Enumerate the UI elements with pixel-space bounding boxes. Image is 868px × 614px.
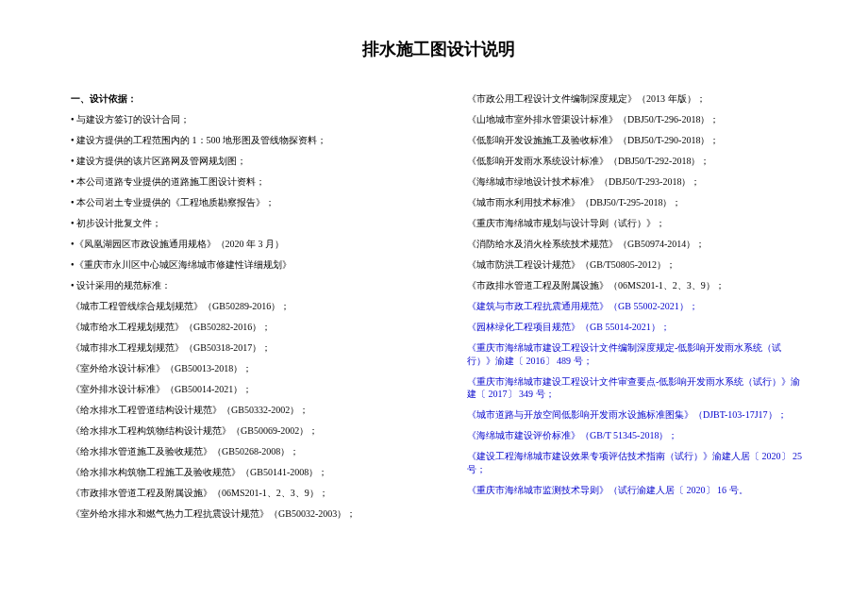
- reference-item: 《重庆市海绵城市建设工程设计文件编制深度规定-低影响开发雨水系统（试行）》渝建〔…: [467, 341, 807, 367]
- reference-item: 《城市排水工程规划规范》（GB50318-2017）；: [71, 341, 410, 355]
- reference-item: 《城市工程管线综合规划规范》（GB50289-2016）；: [71, 300, 410, 313]
- right-column: 《市政公用工程设计文件编制深度规定》（2013 年版）；《山地城市室外排水管渠设…: [467, 92, 807, 528]
- reference-item: 《室外给水设计标准》（GB50013-2018）；: [71, 362, 410, 375]
- reference-item: • 设计采用的规范标准：: [71, 279, 410, 292]
- reference-item: 《市政排水管道工程及附属设施》（06MS201-1、2、3、9）；: [467, 279, 807, 292]
- reference-item: 《山地城市室外排水管渠设计标准》（DBJ50/T-296-2018）；: [467, 113, 807, 126]
- reference-item: 《建筑与市政工程抗震通用规范》（GB 55002-2021）；: [467, 300, 807, 313]
- reference-item: • 初步设计批复文件；: [71, 217, 410, 230]
- reference-item: 《海绵城市建设评价标准》（GB/T 51345-2018）；: [467, 429, 807, 442]
- reference-item: 《城市给水工程规划规范》（GB50282-2016）；: [71, 321, 410, 334]
- reference-item: • 建设方提供的工程范围内的 1：500 地形图及管线物探资料；: [71, 134, 410, 147]
- section-heading: 一、设计依据：: [71, 92, 410, 106]
- document-title: 排水施工图设计说明: [71, 38, 807, 60]
- reference-item: 《低影响开发雨水系统设计标准》（DBJ50/T-292-2018）；: [467, 155, 807, 168]
- reference-item: 《重庆市海绵城市规划与设计导则（试行）》；: [467, 217, 807, 230]
- reference-item: 《给水排水工程管道结构设计规范》（GB50332-2002）；: [71, 404, 410, 417]
- reference-item: 《低影响开发设施施工及验收标准》（DBJ50/T-290-2018）；: [467, 134, 807, 147]
- reference-item: 《海绵城市绿地设计技术标准》（DBJ50/T-293-2018）；: [467, 175, 807, 189]
- reference-item: 《市政排水管道工程及附属设施》（06MS201-1、2、3、9）；: [71, 487, 410, 500]
- reference-item: 《给水排水工程构筑物结构设计规范》（GB50069-2002）；: [71, 424, 410, 438]
- reference-item: 《城市雨水利用技术标准》（DBJ50/T-295-2018）；: [467, 196, 807, 209]
- reference-item: 《城市防洪工程设计规范》（GB/T50805-2012）；: [467, 258, 807, 272]
- reference-item: •《重庆市永川区中心城区海绵城市修建性详细规划》: [71, 258, 410, 272]
- reference-item: 《室外给水排水和燃气热力工程抗震设计规范》（GB50032-2003）；: [71, 507, 410, 521]
- reference-item: 《室外排水设计标准》（GB50014-2021）；: [71, 383, 410, 396]
- reference-item: 《建设工程海绵城市建设效果专项评估技术指南（试行）》渝建人居〔 2020〕 25…: [467, 450, 807, 475]
- reference-item: 《重庆市海绵城市监测技术导则》（试行渝建人居〔 2020〕 16 号。: [467, 484, 807, 497]
- reference-item: •《凤凰湖园区市政设施通用规格》（2020 年 3 月）: [71, 238, 410, 251]
- reference-item: 《给水排水构筑物工程施工及验收规范》（GB50141-2008）；: [71, 466, 410, 479]
- reference-item: 《市政公用工程设计文件编制深度规定》（2013 年版）；: [467, 92, 807, 106]
- reference-item: • 建设方提供的该片区路网及管网规划图；: [71, 155, 410, 168]
- left-column: 一、设计依据： • 与建设方签订的设计合同；• 建设方提供的工程范围内的 1：5…: [71, 92, 410, 528]
- reference-item: 《给水排水管道施工及验收规范》（GB50268-2008）；: [71, 445, 410, 458]
- reference-item: 《重庆市海绵城市建设工程设计文件审查要点-低影响开发雨水系统（试行）》渝建〔 2…: [467, 375, 807, 401]
- content-columns: 一、设计依据： • 与建设方签订的设计合同；• 建设方提供的工程范围内的 1：5…: [71, 92, 807, 528]
- reference-item: • 本公司道路专业提供的道路施工图设计资料；: [71, 175, 410, 189]
- reference-item: 《消防给水及消火栓系统技术规范》（GB50974-2014）；: [467, 238, 807, 251]
- reference-item: • 与建设方签订的设计合同；: [71, 113, 410, 126]
- reference-item: 《园林绿化工程项目规范》（GB 55014-2021）；: [467, 321, 807, 334]
- reference-item: 《城市道路与开放空间低影响开发雨水设施标准图集》（DJBT-103-17J17）…: [467, 408, 807, 422]
- reference-item: • 本公司岩土专业提供的《工程地质勘察报告》；: [71, 196, 410, 209]
